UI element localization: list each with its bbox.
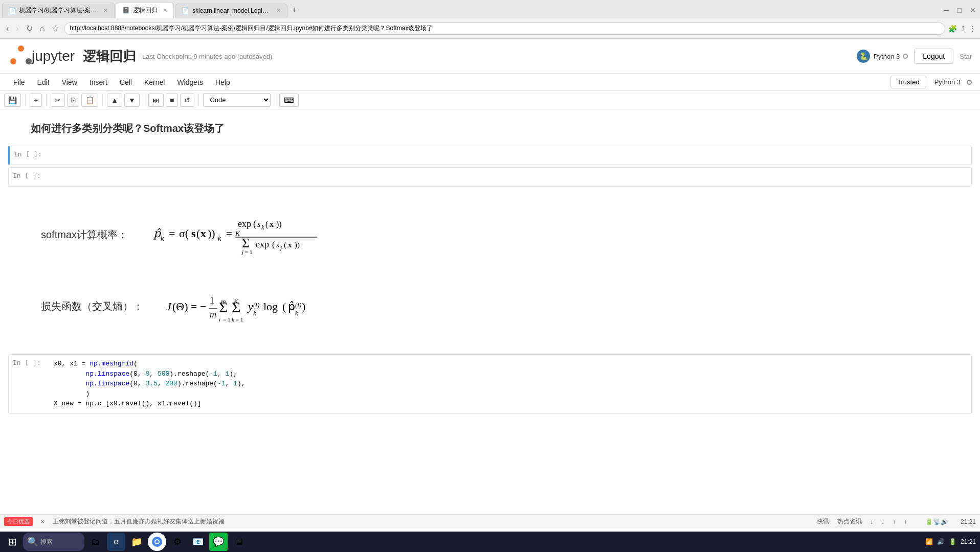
taskbar-wechat[interactable]: 💬 bbox=[209, 533, 228, 551]
start-label: Star bbox=[960, 53, 972, 60]
start-button[interactable]: ⊞ bbox=[4, 534, 21, 550]
code-line-4: ) bbox=[54, 389, 967, 399]
menu-help[interactable]: Help bbox=[210, 76, 235, 88]
toolbar-separator-1 bbox=[25, 94, 26, 106]
menu-cell[interactable]: Cell bbox=[115, 76, 137, 88]
forward-button[interactable]: › bbox=[14, 23, 20, 34]
jupyter-wordmark: jupyter bbox=[32, 48, 75, 64]
tab-1-favicon: 📄 bbox=[9, 7, 16, 14]
refresh-button[interactable]: ↻ bbox=[24, 22, 35, 34]
trusted-button[interactable]: Trusted bbox=[890, 76, 926, 88]
skip-forward-button[interactable]: ⏭ bbox=[148, 94, 164, 107]
taskbar-email[interactable]: 📧 bbox=[189, 533, 207, 551]
close-button[interactable]: ✕ bbox=[968, 5, 978, 15]
keyboard-shortcut-button[interactable]: ⌨ bbox=[279, 94, 299, 107]
svg-text:k: k bbox=[261, 224, 264, 231]
softmax-formula-svg: p̂ k = σ( s ( x )) k = exp ( s k ( bbox=[148, 209, 363, 260]
minimize-button[interactable]: ─ bbox=[942, 5, 951, 15]
hot-news-link[interactable]: 热点资讯 bbox=[837, 517, 862, 526]
svg-text:): ) bbox=[302, 300, 305, 313]
logout-button[interactable]: Logout bbox=[914, 49, 953, 64]
svg-text:k: k bbox=[295, 309, 298, 317]
today-label: 今日优选 bbox=[4, 517, 33, 526]
settings-icon[interactable]: ⋮ bbox=[969, 25, 976, 33]
share-icon[interactable]: ⤴ bbox=[961, 25, 965, 33]
code-cell-2[interactable]: In [ ]: bbox=[8, 167, 972, 187]
code-cell-1[interactable]: In [ ]: bbox=[8, 146, 972, 165]
cut-button[interactable]: ✂ bbox=[51, 94, 65, 107]
cell-type-select[interactable]: Code Markdown Raw NBConvert Heading bbox=[203, 93, 271, 107]
menu-widgets[interactable]: Widgets bbox=[172, 76, 208, 88]
taskbar-chrome[interactable] bbox=[148, 533, 166, 551]
section-heading: 如何进行多类别分类呢？Softmax该登场了 bbox=[31, 113, 972, 140]
svg-text:J: J bbox=[166, 300, 172, 313]
cell-2-input[interactable] bbox=[50, 168, 971, 186]
svg-point-0 bbox=[18, 45, 24, 52]
kernel-status-circle bbox=[903, 54, 908, 59]
new-tab-button[interactable]: + bbox=[288, 5, 300, 16]
cell-3-content[interactable]: x0, x1 = np.meshgrid( np.linspace(0, 8, … bbox=[50, 355, 971, 413]
svg-text:(: ( bbox=[253, 219, 256, 229]
tab-2[interactable]: 📓 逻辑回归 ✕ bbox=[116, 3, 174, 18]
kuaixun-link[interactable]: 快讯 bbox=[817, 517, 829, 526]
system-time: 21:21 bbox=[961, 518, 976, 525]
svg-text:exp: exp bbox=[256, 239, 269, 249]
tab-3-close[interactable]: ✕ bbox=[276, 7, 281, 14]
toolbar-separator-6 bbox=[275, 94, 275, 106]
tab-1-label: 机器学习/机器学习算法-案例/逻 bbox=[19, 6, 98, 15]
cell-1-input[interactable] bbox=[51, 146, 971, 165]
menu-insert[interactable]: Insert bbox=[84, 76, 113, 88]
bookmark-button[interactable]: ☆ bbox=[50, 22, 61, 34]
taskbar-task-view[interactable]: 🗂 bbox=[86, 533, 105, 551]
svg-text:k: k bbox=[161, 235, 164, 242]
taskbar-settings[interactable]: ⚙ bbox=[168, 533, 187, 551]
tray-volume[interactable]: 🔊 bbox=[937, 538, 945, 545]
add-cell-button[interactable]: + bbox=[30, 94, 42, 107]
news-icon: × bbox=[41, 518, 44, 525]
menu-edit[interactable]: Edit bbox=[32, 76, 55, 88]
menu-view[interactable]: View bbox=[57, 76, 82, 88]
tab-3[interactable]: 📄 sklearn.linear_model.Logistic... ✕ bbox=[175, 4, 287, 17]
tab-3-favicon: 📄 bbox=[182, 7, 189, 14]
svg-text:)): )) bbox=[276, 220, 282, 229]
extensions-icon[interactable]: 🧩 bbox=[948, 25, 957, 33]
copy-button[interactable]: ⎘ bbox=[67, 94, 79, 107]
svg-text:s: s bbox=[276, 241, 279, 249]
kernel-name-display: Python 3 bbox=[934, 78, 961, 86]
tab-1[interactable]: 📄 机器学习/机器学习算法-案例/逻 ✕ bbox=[2, 3, 115, 18]
address-bar[interactable] bbox=[64, 22, 945, 35]
save-button[interactable]: 💾 bbox=[4, 94, 21, 107]
home-button[interactable]: ⌂ bbox=[38, 23, 47, 34]
menu-file[interactable]: File bbox=[8, 76, 30, 88]
toolbar: 💾 + ✂ ⎘ 📋 ▲ ▼ ⏭ ■ ↺ Code Markdown Raw NB… bbox=[0, 91, 980, 109]
stop-button[interactable]: ■ bbox=[166, 94, 178, 107]
restart-button[interactable]: ↺ bbox=[180, 94, 194, 107]
nav-icons: 🧩 ⤴ ⋮ bbox=[948, 25, 976, 33]
svg-text:σ(: σ( bbox=[179, 227, 189, 240]
checkpoint-info: Last Checkpoint: 9 minutes ago (autosave… bbox=[142, 53, 272, 60]
notebook-container: 如何进行多类别分类呢？Softmax该登场了 In [ ]: In [ ]: s… bbox=[0, 109, 980, 514]
down-arrow-1: ↓ bbox=[870, 518, 873, 525]
move-up-button[interactable]: ▲ bbox=[107, 94, 122, 107]
maximize-button[interactable]: □ bbox=[955, 5, 964, 15]
taskbar-edge[interactable]: e bbox=[107, 533, 125, 551]
status-right: 快讯 热点资讯 ↓ ↓ ↑ ↑ 🔋📡🔊 21:21 bbox=[817, 517, 976, 526]
code-cell-3[interactable]: In [ ]: x0, x1 = np.meshgrid( np.linspac… bbox=[8, 354, 972, 413]
taskbar-explorer[interactable]: 📁 bbox=[127, 533, 146, 551]
svg-text:(i): (i) bbox=[253, 301, 259, 309]
cell-2-label: In [ ]: bbox=[9, 168, 50, 186]
down-arrow-2: ↓ bbox=[881, 518, 884, 525]
menu-kernel[interactable]: Kernel bbox=[139, 76, 170, 88]
taskbar-cortana[interactable]: 🔍 搜索 bbox=[23, 533, 84, 551]
code-line-1: x0, x1 = np.meshgrid( bbox=[54, 359, 967, 369]
tray-network[interactable]: 📶 bbox=[925, 538, 933, 545]
paste-button[interactable]: 📋 bbox=[81, 94, 98, 107]
svg-text:(i): (i) bbox=[295, 301, 301, 309]
taskbar-terminal[interactable]: 🖥 bbox=[230, 533, 248, 551]
tab-1-close[interactable]: ✕ bbox=[103, 7, 108, 14]
back-button[interactable]: ‹ bbox=[4, 23, 11, 34]
header-right: 🐍 Python 3 Logout Star bbox=[856, 49, 972, 64]
move-down-button[interactable]: ▼ bbox=[124, 94, 140, 107]
tab-2-close[interactable]: ✕ bbox=[163, 7, 167, 14]
svg-text:= 1: = 1 bbox=[245, 249, 252, 255]
